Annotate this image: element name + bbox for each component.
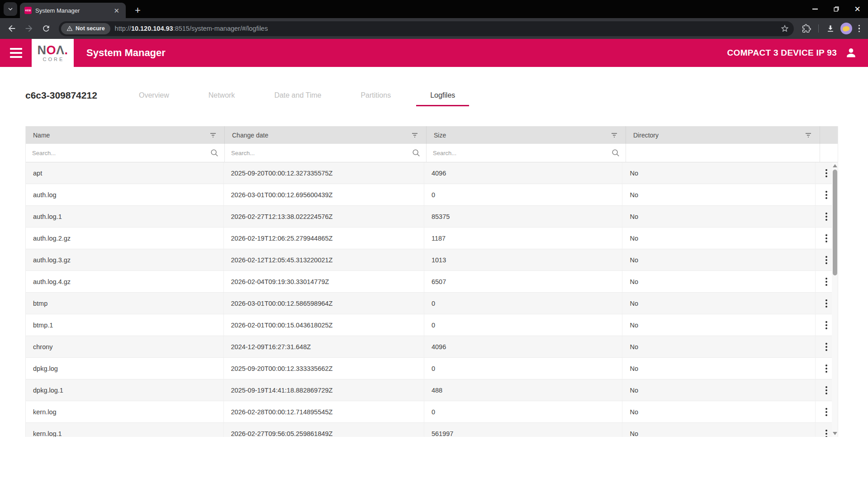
page-tabs: Overview Network Date and Time Partition… xyxy=(125,87,480,106)
cell-directory: No xyxy=(622,162,816,184)
tab-overview[interactable]: Overview xyxy=(125,87,183,106)
warning-icon xyxy=(66,25,73,32)
cell-change-date: 2026-02-27T12:13:38.022224576Z xyxy=(224,206,424,227)
table-row[interactable]: auth.log.4.gz 2026-02-04T09:19:30.330147… xyxy=(26,271,838,293)
column-header-name: Name xyxy=(26,126,225,144)
cell-name: dpkg.log xyxy=(26,358,224,379)
scroll-down-arrow-icon[interactable] xyxy=(833,432,837,435)
tab-network[interactable]: Network xyxy=(194,87,249,106)
search-cell-change-date xyxy=(225,144,427,162)
downloads-button[interactable] xyxy=(823,21,838,36)
menu-button[interactable] xyxy=(0,48,32,58)
restore-icon xyxy=(833,6,840,12)
table-row[interactable]: dpkg.log 2025-09-20T00:00:12.333335662Z … xyxy=(26,358,838,379)
extensions-button[interactable] xyxy=(799,21,814,36)
filter-button-directory[interactable] xyxy=(803,131,813,140)
profile-avatar[interactable] xyxy=(840,23,852,34)
keb-favicon: KEB xyxy=(24,7,32,14)
tab-date-and-time[interactable]: Date and Time xyxy=(260,87,335,106)
filter-button-change-date[interactable] xyxy=(410,131,420,140)
restore-button[interactable] xyxy=(825,0,847,18)
search-input-change-date[interactable] xyxy=(231,150,411,156)
kebab-menu-icon xyxy=(823,188,830,202)
table-row[interactable]: auth.log.1 2026-02-27T12:13:38.022224576… xyxy=(26,206,838,227)
tab-logfiles[interactable]: Logfiles xyxy=(416,87,469,106)
cell-name: auth.log.4.gz xyxy=(26,271,224,292)
filter-button-size[interactable] xyxy=(609,131,619,140)
cell-name: btmp xyxy=(26,293,224,314)
tab-partitions[interactable]: Partitions xyxy=(346,87,405,106)
minimize-button[interactable] xyxy=(804,0,825,18)
cell-directory: No xyxy=(622,401,816,422)
cell-size: 0 xyxy=(424,358,622,379)
search-cell-size xyxy=(427,144,626,162)
search-input-name[interactable] xyxy=(32,150,209,156)
cell-change-date: 2026-02-27T09:56:05.259861849Z xyxy=(224,423,424,437)
browser-tab[interactable]: KEB System Manager ✕ xyxy=(20,3,126,18)
cell-size: 1013 xyxy=(424,249,622,270)
table-row[interactable]: auth.log.2.gz 2026-02-19T12:06:25.279944… xyxy=(26,227,838,249)
kebab-menu-icon xyxy=(823,340,830,354)
logfiles-table: Name Change date Size Directory xyxy=(25,126,838,437)
cell-directory: No xyxy=(622,184,816,205)
back-button[interactable] xyxy=(5,21,19,36)
table-row[interactable]: auth.log 2026-03-01T00:00:12.695600439Z … xyxy=(26,184,838,206)
bookmark-button[interactable] xyxy=(780,24,789,33)
cell-change-date: 2026-03-01T00:00:12.586598964Z xyxy=(224,293,424,314)
tab-close-icon[interactable]: ✕ xyxy=(112,6,121,15)
table-row[interactable]: kern.log 2026-02-28T00:00:12.714895545Z … xyxy=(26,401,838,423)
table-row[interactable]: chrony 2024-12-09T16:27:31.648Z 4096 No xyxy=(26,336,838,358)
table-row[interactable]: apt 2025-09-20T00:00:12.327335575Z 4096 … xyxy=(26,162,838,184)
table-header-row: Name Change date Size Directory xyxy=(26,126,838,144)
close-window-button[interactable]: ✕ xyxy=(847,0,868,18)
table-row[interactable]: kern.log.1 2026-02-27T09:56:05.259861849… xyxy=(26,423,838,437)
cell-change-date: 2025-09-20T00:00:12.333335662Z xyxy=(224,358,424,379)
cell-name: chrony xyxy=(26,336,224,357)
cell-name: auth.log.2.gz xyxy=(26,227,224,249)
cell-size: 0 xyxy=(424,314,622,336)
reload-button[interactable] xyxy=(39,21,53,36)
table-row[interactable]: btmp 2026-03-01T00:00:12.586598964Z 0 No xyxy=(26,293,838,314)
toolbar-separator xyxy=(818,24,819,33)
search-input-size[interactable] xyxy=(433,150,610,156)
cell-change-date: 2026-02-19T12:06:25.279944865Z xyxy=(224,227,424,249)
table-row[interactable]: dpkg.log.1 2025-09-19T14:41:18.882869729… xyxy=(26,379,838,401)
cell-name: auth.log.1 xyxy=(26,206,224,227)
cell-directory: No xyxy=(622,358,816,379)
window-controls: ✕ xyxy=(804,0,868,18)
close-icon: ✕ xyxy=(854,5,860,13)
not-secure-badge[interactable]: Not secure xyxy=(61,23,110,34)
forward-button[interactable] xyxy=(22,21,36,36)
browser-menu-button[interactable] xyxy=(855,23,864,34)
cell-change-date: 2026-02-28T00:00:12.714895545Z xyxy=(224,401,424,422)
new-tab-button[interactable]: + xyxy=(132,5,143,16)
search-icon xyxy=(610,147,621,158)
cell-directory: No xyxy=(622,379,816,401)
back-icon xyxy=(7,24,17,33)
app-title: System Manager xyxy=(86,47,166,59)
chevron-down-icon xyxy=(7,5,14,13)
kebab-menu-icon xyxy=(823,297,830,310)
kebab-menu-icon xyxy=(823,427,830,437)
cell-size: 0 xyxy=(424,293,622,314)
forward-icon xyxy=(24,24,34,33)
scroll-up-arrow-icon[interactable] xyxy=(833,164,837,167)
cell-size: 1187 xyxy=(424,227,622,249)
table-row[interactable]: btmp.1 2026-02-01T00:00:15.043618025Z 0 … xyxy=(26,314,838,336)
address-bar[interactable]: Not secure http://10.120.104.93:8515/sys… xyxy=(59,21,794,36)
search-cell-directory xyxy=(626,144,820,162)
cell-size: 6507 xyxy=(424,271,622,292)
table-search-row xyxy=(26,144,838,162)
filter-button-name[interactable] xyxy=(208,131,218,140)
download-icon xyxy=(826,24,835,33)
search-icon xyxy=(411,147,422,158)
kebab-menu-icon xyxy=(823,275,830,289)
tab-search-button[interactable] xyxy=(4,2,17,16)
scrollbar-thumb[interactable] xyxy=(833,170,837,275)
user-account-button[interactable] xyxy=(845,47,857,59)
browser-tab-strip: KEB System Manager ✕ + ✕ xyxy=(0,0,868,18)
table-scrollbar[interactable] xyxy=(832,162,838,437)
cell-directory: No xyxy=(622,314,816,336)
cell-change-date: 2026-02-04T09:19:30.33014779Z xyxy=(224,271,424,292)
table-row[interactable]: auth.log.3.gz 2026-02-12T12:05:45.313220… xyxy=(26,249,838,271)
